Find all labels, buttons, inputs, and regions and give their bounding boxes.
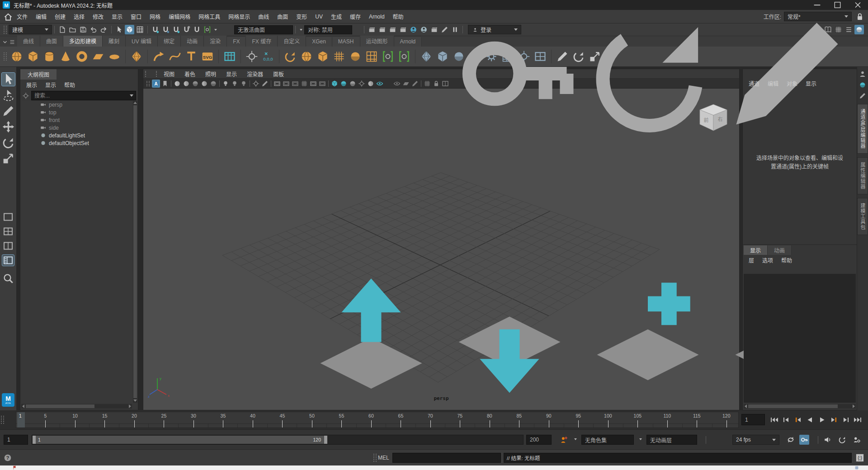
safe-action-icon[interactable] xyxy=(309,80,317,88)
toolbar-drag-handle[interactable] xyxy=(4,26,7,34)
toolbar-drag-handle[interactable] xyxy=(146,81,150,86)
shading-smooth-icon[interactable] xyxy=(173,80,181,88)
camera-lock-icon[interactable] xyxy=(432,80,440,88)
outliner-item-defaultObjectSet[interactable]: defaultObjectSet xyxy=(21,139,132,147)
fog-icon[interactable] xyxy=(376,80,384,88)
playback-range-bar[interactable]: 1 120 xyxy=(33,436,327,444)
command-line-drag-handle[interactable] xyxy=(373,454,377,462)
menu-item-6[interactable]: 窗口 xyxy=(127,10,146,23)
chevron-down-icon[interactable] xyxy=(300,29,302,31)
menu-item-5[interactable]: 显示 xyxy=(108,10,127,23)
active-surface-field[interactable]: 无激活曲面 xyxy=(234,25,293,34)
wireframe-on-shaded-icon[interactable] xyxy=(330,80,339,88)
viewport-menu-4[interactable]: 渲染器 xyxy=(242,70,268,78)
fps-select[interactable]: 24 fps xyxy=(732,435,779,445)
xray-joints-icon[interactable] xyxy=(358,80,366,88)
shelf-tab-6[interactable]: 动画 xyxy=(181,36,204,47)
sweep-mesh-icon[interactable] xyxy=(151,49,166,64)
outliner-menu-0[interactable]: 展示 xyxy=(22,80,41,89)
smooth-mesh-icon[interactable] xyxy=(299,49,314,64)
shelf-tab-10[interactable]: 自定义 xyxy=(278,36,306,47)
render-region-icon[interactable] xyxy=(388,25,397,34)
viewport-menu-0[interactable]: 视图 xyxy=(159,70,179,78)
scroll-left-icon[interactable] xyxy=(745,404,747,408)
zoom-tool-icon[interactable] xyxy=(3,273,14,284)
command-input[interactable] xyxy=(392,453,501,463)
outliner-item-side[interactable]: side xyxy=(21,124,132,132)
move-layer-down-icon[interactable] xyxy=(442,266,577,401)
outliner-item-front[interactable]: front xyxy=(21,116,132,124)
viewport-menu-3[interactable]: 显示 xyxy=(221,70,242,78)
shelf-tab-12[interactable]: MASH xyxy=(332,37,360,47)
playback-start-field[interactable]: 1 xyxy=(4,435,28,445)
sidebar-tab-0[interactable]: 通道盒/层编辑器 xyxy=(857,104,868,154)
scroll-right-icon[interactable] xyxy=(129,404,131,408)
two-sided-lighting-icon[interactable] xyxy=(367,80,375,88)
sidebar-tab-2[interactable]: 建模工具包 xyxy=(857,198,868,235)
lasso-tool-button[interactable] xyxy=(2,89,15,102)
menu-item-7[interactable]: 网格 xyxy=(146,10,165,23)
isolate-select-icon[interactable] xyxy=(393,80,401,88)
notification-flag-icon[interactable] xyxy=(13,465,17,470)
symmetry-field[interactable]: 对称: 禁用 xyxy=(304,25,352,34)
viewport-menu-2[interactable]: 照明 xyxy=(200,70,221,78)
menu-item-17[interactable]: Arnold xyxy=(365,10,389,23)
rotate-tool-button[interactable] xyxy=(2,136,15,149)
select-component-icon[interactable] xyxy=(135,25,145,34)
layout-two-pane-button[interactable] xyxy=(2,240,14,251)
extrude-icon[interactable] xyxy=(315,49,330,64)
xray-icon[interactable] xyxy=(349,80,357,88)
outliner-item-persp[interactable]: persp xyxy=(21,101,132,108)
select-hierarchy-icon[interactable] xyxy=(114,25,124,34)
time-slider-drag-handle[interactable] xyxy=(1,416,4,424)
animation-layer-field[interactable]: 无动画层 xyxy=(646,435,697,445)
redo-icon[interactable] xyxy=(99,25,108,34)
range-slider-track[interactable]: 1 120 xyxy=(32,435,524,445)
move-tool-button[interactable] xyxy=(2,120,15,133)
menu-item-11[interactable]: 曲线 xyxy=(254,10,273,23)
shelf-tab-8[interactable]: FX xyxy=(227,37,246,47)
layer-menu-1[interactable]: 选项 xyxy=(758,256,777,264)
sidebar-tab-1[interactable]: 属性编辑器 xyxy=(857,157,868,194)
shelf-tab-menu-icon[interactable] xyxy=(2,39,8,45)
outliner-filter-icon[interactable] xyxy=(22,92,29,99)
shelf-tab-7[interactable]: 渲染 xyxy=(204,36,227,47)
snap-view-plane-icon[interactable] xyxy=(192,25,202,34)
play-forwards-button[interactable] xyxy=(816,414,827,425)
poly-cube-icon[interactable] xyxy=(25,49,41,64)
menu-item-4[interactable]: 修改 xyxy=(89,10,108,23)
menu-item-12[interactable]: 曲面 xyxy=(273,10,292,23)
outliner-menu-2[interactable]: 帮助 xyxy=(60,80,79,89)
layout-outliner-persp-button[interactable] xyxy=(2,255,14,266)
chevron-down-icon[interactable] xyxy=(574,438,577,440)
maya-badge[interactable]: MAYA xyxy=(2,393,14,407)
anti-alias-icon[interactable] xyxy=(261,80,269,88)
uv-editor-shelf-icon[interactable] xyxy=(222,49,237,64)
scroll-right-icon[interactable] xyxy=(853,404,855,408)
shelf-tab-9[interactable]: FX 缓存 xyxy=(246,36,278,47)
move-layer-up-icon[interactable] xyxy=(303,266,439,401)
center-pivot-icon[interactable] xyxy=(244,49,259,64)
chevron-down-icon[interactable] xyxy=(639,438,642,440)
poly-plane-icon[interactable] xyxy=(90,49,106,64)
layer-editor-tab-1[interactable]: 动画 xyxy=(768,245,792,255)
new-empty-layer-icon[interactable] xyxy=(580,266,716,401)
menu-item-16[interactable]: 缓存 xyxy=(346,10,365,23)
bevel-icon[interactable] xyxy=(331,49,347,64)
script-editor-icon[interactable]: {;} xyxy=(855,453,864,462)
channel-box-menu-3[interactable]: 显示 xyxy=(802,79,821,88)
lighting-all-icon[interactable] xyxy=(222,80,230,88)
range-end-handle[interactable] xyxy=(324,436,327,444)
menu-item-1[interactable]: 编辑 xyxy=(32,10,51,23)
bridge-icon[interactable] xyxy=(348,49,363,64)
shelf-tab-0[interactable]: 曲线 xyxy=(17,36,40,47)
field-chart-icon[interactable] xyxy=(300,80,308,88)
outliner-horizontal-scrollbar[interactable] xyxy=(21,404,132,409)
menu-set-select[interactable]: 建模 xyxy=(9,25,52,34)
snap-point-icon[interactable] xyxy=(171,25,181,34)
ssao-icon[interactable] xyxy=(252,80,260,88)
step-back-key-button[interactable] xyxy=(781,414,792,425)
time-slider-ruler[interactable]: 1 5 10 15 20 25 30 35 40 45 50 55 60 65 … xyxy=(15,412,739,428)
highlight-selection-icon[interactable] xyxy=(859,81,867,89)
go-to-start-button[interactable] xyxy=(769,414,780,425)
